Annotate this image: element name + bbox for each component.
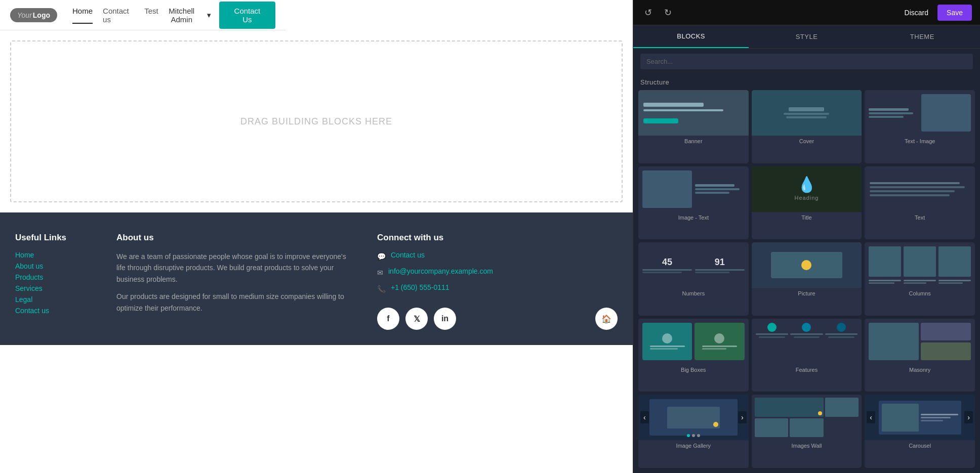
block-features-label: Features	[752, 364, 862, 376]
chat-icon: 💬	[377, 252, 386, 261]
home-icon-button[interactable]: 🏠	[595, 308, 618, 330]
block-big-boxes-thumb	[638, 319, 749, 364]
connect-phone-row: 📞 +1 (650) 555-0111	[377, 283, 618, 294]
gallery-right-arrow: ›	[738, 411, 747, 423]
right-panel: ↺ ↻ Discard Save BLOCKS STYLE THEME Stru…	[633, 0, 980, 473]
footer-link-contact[interactable]: Contact us	[15, 307, 96, 315]
block-cover-thumb	[752, 90, 862, 136]
about-p2: Our products are designed for small to m…	[116, 291, 357, 314]
contact-us-button[interactable]: Contact Us	[219, 2, 275, 29]
facebook-button[interactable]: f	[377, 308, 399, 330]
linkedin-button[interactable]: in	[434, 308, 456, 330]
panel-tabs: BLOCKS STYLE THEME	[633, 25, 980, 49]
about-p1: We are a team of passionate people whose…	[116, 251, 357, 285]
logo-text: Logo	[33, 11, 50, 19]
block-masonry[interactable]: Masonry	[865, 319, 975, 392]
footer-social-row: f 𝕏 in 🏠	[377, 299, 618, 330]
num-45: 45	[662, 257, 672, 268]
header-right: Mitchell Admin ▾ Contact Us	[158, 2, 275, 29]
save-button[interactable]: Save	[937, 5, 972, 21]
block-text[interactable]: Text	[865, 166, 975, 240]
footer-link-services[interactable]: Services	[15, 284, 96, 292]
block-cover[interactable]: Cover	[752, 90, 862, 163]
nav-home[interactable]: Home	[72, 7, 93, 24]
block-numbers-thumb: 45 91	[638, 242, 749, 288]
drop-zone[interactable]: DRAG BUILDING BLOCKS HERE	[10, 40, 623, 202]
block-image-text-thumb	[638, 166, 749, 212]
gallery-inner	[649, 399, 738, 436]
about-heading: About us	[116, 233, 357, 243]
block-title[interactable]: 💧 Heading Title	[752, 166, 862, 240]
drop-icon: 💧	[797, 177, 816, 192]
admin-menu-button[interactable]: Mitchell Admin ▾	[158, 7, 211, 24]
carousel-inner	[879, 401, 961, 435]
block-image-text[interactable]: Image - Text	[638, 166, 749, 240]
block-text-label: Text	[865, 212, 975, 224]
block-features[interactable]: Features	[752, 319, 862, 392]
admin-name: Mitchell Admin	[158, 7, 205, 24]
tab-theme[interactable]: THEME	[865, 25, 980, 48]
undo-button[interactable]: ↺	[641, 5, 655, 20]
footer-link-about[interactable]: About us	[15, 262, 96, 270]
block-big-boxes[interactable]: Big Boxes	[638, 319, 749, 392]
site-header: YourLogo Home Contact us Test Mitchell A…	[0, 0, 285, 30]
block-banner[interactable]: Banner	[638, 90, 749, 163]
connect-chat-row: 💬 Contact us	[377, 251, 618, 262]
connect-email-link[interactable]: info@yourcompany.example.com	[388, 267, 493, 275]
footer-link-legal[interactable]: Legal	[15, 295, 96, 304]
email-icon: ✉	[377, 269, 383, 277]
block-features-thumb	[752, 319, 862, 364]
tab-blocks[interactable]: BLOCKS	[633, 25, 749, 48]
block-text-image-label: Text - Image	[865, 136, 975, 147]
useful-links-heading: Useful Links	[15, 233, 96, 243]
block-image-text-label: Image - Text	[638, 212, 749, 224]
picture-thumb-img	[771, 252, 842, 278]
nav-contact[interactable]: Contact us	[103, 7, 134, 24]
block-numbers[interactable]: 45 91	[638, 242, 749, 316]
connect-heading: Connect with us	[377, 233, 618, 243]
block-big-boxes-label: Big Boxes	[638, 364, 749, 376]
block-text-image[interactable]: Text - Image	[865, 90, 975, 163]
panel-topbar-actions: ↺ ↻	[641, 5, 675, 20]
drag-placeholder-text: DRAG BUILDING BLOCKS HERE	[240, 116, 392, 127]
block-masonry-thumb	[865, 319, 975, 364]
block-gallery[interactable]: ‹ › Image Galler	[638, 395, 749, 468]
footer-link-products[interactable]: Products	[15, 273, 96, 281]
connect-email-row: ✉ info@yourcompany.example.com	[377, 267, 618, 278]
footer-grid: Useful Links Home About us Products Serv…	[15, 233, 618, 330]
main-nav: Home Contact us Test	[72, 7, 158, 24]
redo-button[interactable]: ↻	[661, 5, 675, 20]
twitter-button[interactable]: 𝕏	[405, 308, 428, 330]
block-gallery-label: Image Gallery	[638, 440, 749, 452]
logo: YourLogo	[10, 8, 57, 22]
block-carousel-thumb: ‹ ›	[865, 395, 975, 440]
block-text-image-thumb	[865, 90, 975, 136]
site-footer: Useful Links Home About us Products Serv…	[0, 212, 633, 345]
phone-icon: 📞	[377, 285, 386, 293]
block-images-wall[interactable]: Images Wall	[752, 395, 862, 468]
carousel-left-arrow: ‹	[867, 411, 875, 423]
block-gallery-thumb: ‹ ›	[638, 395, 749, 440]
admin-chevron-icon: ▾	[207, 11, 211, 20]
block-banner-label: Banner	[638, 136, 749, 147]
tab-style[interactable]: STYLE	[749, 25, 864, 48]
block-title-label: Title	[752, 212, 862, 224]
panel-search-area	[633, 49, 980, 74]
connect-chat-link[interactable]: Contact us	[391, 251, 425, 259]
nav-test[interactable]: Test	[144, 7, 158, 24]
block-picture[interactable]: Picture	[752, 242, 862, 316]
sun-icon	[801, 260, 811, 270]
block-columns[interactable]: Columns	[865, 242, 975, 316]
footer-about: About us We are a team of passionate peo…	[116, 233, 357, 330]
header-left: YourLogo Home Contact us Test	[10, 7, 158, 24]
discard-button[interactable]: Discard	[900, 6, 933, 20]
block-cover-label: Cover	[752, 136, 862, 147]
block-carousel[interactable]: ‹ › Carousel	[865, 395, 975, 468]
block-carousel-label: Carousel	[865, 440, 975, 452]
connect-phone-link[interactable]: +1 (650) 555-0111	[391, 283, 450, 291]
footer-link-home[interactable]: Home	[15, 251, 96, 259]
logo-your: Your	[17, 11, 32, 19]
blocks-search-input[interactable]	[640, 54, 973, 69]
block-picture-thumb	[752, 242, 862, 288]
block-columns-thumb	[865, 242, 975, 288]
